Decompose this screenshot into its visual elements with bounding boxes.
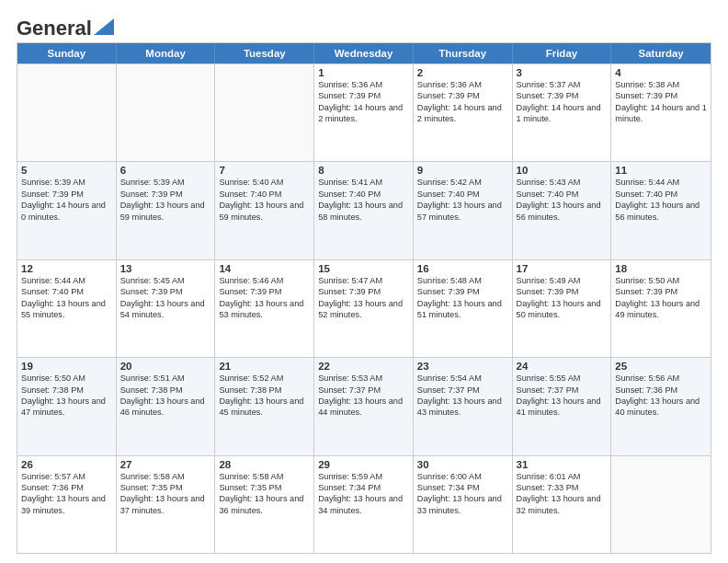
day-number: 2	[417, 67, 508, 78]
calendar-cell: 21Sunrise: 5:52 AM Sunset: 7:38 PM Dayli…	[215, 358, 314, 454]
calendar-cell: 9Sunrise: 5:42 AM Sunset: 7:40 PM Daylig…	[414, 162, 513, 259]
day-number: 18	[615, 263, 707, 274]
calendar-cell: 18Sunrise: 5:50 AM Sunset: 7:39 PM Dayli…	[611, 260, 711, 357]
calendar-cell: 1Sunrise: 5:36 AM Sunset: 7:39 PM Daylig…	[314, 64, 414, 161]
day-info: Sunrise: 6:01 AM Sunset: 7:33 PM Dayligh…	[517, 471, 608, 517]
calendar-cell: 31Sunrise: 6:01 AM Sunset: 7:33 PM Dayli…	[513, 456, 612, 553]
day-info: Sunrise: 5:56 AM Sunset: 7:36 PM Dayligh…	[615, 373, 707, 419]
calendar-cell: 4Sunrise: 5:38 AM Sunset: 7:39 PM Daylig…	[611, 64, 711, 161]
calendar-cell: 3Sunrise: 5:37 AM Sunset: 7:39 PM Daylig…	[513, 64, 612, 161]
day-info: Sunrise: 5:36 AM Sunset: 7:39 PM Dayligh…	[318, 79, 409, 125]
day-info: Sunrise: 5:39 AM Sunset: 7:39 PM Dayligh…	[21, 177, 112, 223]
day-number: 11	[615, 165, 707, 176]
day-number: 10	[517, 165, 608, 176]
day-info: Sunrise: 5:42 AM Sunset: 7:40 PM Dayligh…	[417, 177, 508, 223]
day-number: 17	[517, 263, 608, 274]
day-info: Sunrise: 5:58 AM Sunset: 7:35 PM Dayligh…	[219, 471, 310, 517]
day-info: Sunrise: 5:46 AM Sunset: 7:39 PM Dayligh…	[219, 275, 310, 321]
calendar-cell: 16Sunrise: 5:48 AM Sunset: 7:39 PM Dayli…	[414, 260, 513, 357]
calendar-cell: 17Sunrise: 5:49 AM Sunset: 7:39 PM Dayli…	[513, 260, 612, 357]
calendar-row-3: 19Sunrise: 5:50 AM Sunset: 7:38 PM Dayli…	[17, 357, 711, 454]
calendar-cell: 26Sunrise: 5:57 AM Sunset: 7:36 PM Dayli…	[17, 456, 117, 553]
day-number: 25	[615, 361, 707, 372]
day-number: 29	[318, 459, 409, 470]
calendar-cell: 29Sunrise: 5:59 AM Sunset: 7:34 PM Dayli…	[314, 456, 414, 553]
day-info: Sunrise: 5:53 AM Sunset: 7:37 PM Dayligh…	[318, 373, 409, 419]
day-number: 7	[219, 165, 310, 176]
day-number: 15	[318, 263, 409, 274]
page: General Sunday Monday Tuesday Wednesday …	[0, 0, 728, 563]
calendar-cell	[117, 64, 216, 161]
day-number: 28	[219, 459, 310, 470]
calendar-cell: 2Sunrise: 5:36 AM Sunset: 7:39 PM Daylig…	[414, 64, 513, 161]
calendar-cell	[17, 64, 117, 161]
calendar-cell: 28Sunrise: 5:58 AM Sunset: 7:35 PM Dayli…	[215, 456, 314, 553]
calendar-body: 1Sunrise: 5:36 AM Sunset: 7:39 PM Daylig…	[17, 63, 711, 553]
header: General	[17, 17, 711, 37]
day-info: Sunrise: 5:37 AM Sunset: 7:39 PM Dayligh…	[517, 79, 608, 125]
calendar-cell: 22Sunrise: 5:53 AM Sunset: 7:37 PM Dayli…	[314, 358, 414, 454]
calendar-row-4: 26Sunrise: 5:57 AM Sunset: 7:36 PM Dayli…	[17, 455, 711, 553]
logo-icon	[94, 18, 114, 35]
calendar-row-0: 1Sunrise: 5:36 AM Sunset: 7:39 PM Daylig…	[17, 63, 711, 161]
day-number: 26	[21, 459, 112, 470]
day-number: 12	[21, 263, 112, 274]
day-number: 8	[318, 165, 409, 176]
day-number: 19	[21, 361, 112, 372]
day-info: Sunrise: 5:41 AM Sunset: 7:40 PM Dayligh…	[318, 177, 409, 223]
day-info: Sunrise: 5:38 AM Sunset: 7:39 PM Dayligh…	[615, 79, 707, 125]
calendar-row-1: 5Sunrise: 5:39 AM Sunset: 7:39 PM Daylig…	[17, 161, 711, 259]
day-number: 30	[417, 459, 508, 470]
day-info: Sunrise: 5:40 AM Sunset: 7:40 PM Dayligh…	[219, 177, 310, 223]
day-info: Sunrise: 5:45 AM Sunset: 7:39 PM Dayligh…	[120, 275, 211, 321]
calendar-cell: 30Sunrise: 6:00 AM Sunset: 7:34 PM Dayli…	[414, 456, 513, 553]
calendar-cell: 11Sunrise: 5:44 AM Sunset: 7:40 PM Dayli…	[611, 162, 711, 259]
day-info: Sunrise: 5:51 AM Sunset: 7:38 PM Dayligh…	[120, 373, 211, 419]
weekday-sunday: Sunday	[17, 43, 117, 63]
day-info: Sunrise: 5:48 AM Sunset: 7:39 PM Dayligh…	[417, 275, 508, 321]
day-number: 13	[120, 263, 211, 274]
day-number: 6	[120, 165, 211, 176]
logo-general: General	[17, 17, 92, 40]
calendar-cell: 25Sunrise: 5:56 AM Sunset: 7:36 PM Dayli…	[611, 358, 711, 454]
day-info: Sunrise: 5:55 AM Sunset: 7:37 PM Dayligh…	[517, 373, 608, 419]
weekday-monday: Monday	[117, 43, 216, 63]
calendar-cell: 8Sunrise: 5:41 AM Sunset: 7:40 PM Daylig…	[314, 162, 414, 259]
weekday-thursday: Thursday	[414, 43, 513, 63]
calendar-cell: 27Sunrise: 5:58 AM Sunset: 7:35 PM Dayli…	[117, 456, 216, 553]
day-info: Sunrise: 5:59 AM Sunset: 7:34 PM Dayligh…	[318, 471, 409, 517]
day-number: 14	[219, 263, 310, 274]
calendar-cell: 24Sunrise: 5:55 AM Sunset: 7:37 PM Dayli…	[513, 358, 612, 454]
calendar-cell: 6Sunrise: 5:39 AM Sunset: 7:39 PM Daylig…	[117, 162, 216, 259]
day-info: Sunrise: 5:50 AM Sunset: 7:38 PM Dayligh…	[21, 373, 112, 419]
calendar-cell: 10Sunrise: 5:43 AM Sunset: 7:40 PM Dayli…	[513, 162, 612, 259]
day-number: 23	[417, 361, 508, 372]
day-number: 27	[120, 459, 211, 470]
calendar-cell: 23Sunrise: 5:54 AM Sunset: 7:37 PM Dayli…	[414, 358, 513, 454]
day-info: Sunrise: 5:49 AM Sunset: 7:39 PM Dayligh…	[517, 275, 608, 321]
calendar-cell: 5Sunrise: 5:39 AM Sunset: 7:39 PM Daylig…	[17, 162, 117, 259]
svg-marker-0	[94, 18, 114, 35]
day-info: Sunrise: 5:54 AM Sunset: 7:37 PM Dayligh…	[417, 373, 508, 419]
day-number: 20	[120, 361, 211, 372]
day-info: Sunrise: 5:58 AM Sunset: 7:35 PM Dayligh…	[120, 471, 211, 517]
day-number: 16	[417, 263, 508, 274]
calendar-cell	[611, 456, 711, 553]
weekday-tuesday: Tuesday	[215, 43, 314, 63]
day-info: Sunrise: 5:52 AM Sunset: 7:38 PM Dayligh…	[219, 373, 310, 419]
day-info: Sunrise: 6:00 AM Sunset: 7:34 PM Dayligh…	[417, 471, 508, 517]
calendar: Sunday Monday Tuesday Wednesday Thursday…	[17, 42, 711, 554]
calendar-row-2: 12Sunrise: 5:44 AM Sunset: 7:40 PM Dayli…	[17, 259, 711, 357]
weekday-saturday: Saturday	[611, 43, 711, 63]
calendar-header: Sunday Monday Tuesday Wednesday Thursday…	[17, 43, 711, 63]
day-info: Sunrise: 5:39 AM Sunset: 7:39 PM Dayligh…	[120, 177, 211, 223]
logo: General	[17, 17, 114, 37]
day-info: Sunrise: 5:50 AM Sunset: 7:39 PM Dayligh…	[615, 275, 707, 321]
day-number: 9	[417, 165, 508, 176]
weekday-wednesday: Wednesday	[314, 43, 414, 63]
calendar-cell: 19Sunrise: 5:50 AM Sunset: 7:38 PM Dayli…	[17, 358, 117, 454]
calendar-cell: 13Sunrise: 5:45 AM Sunset: 7:39 PM Dayli…	[117, 260, 216, 357]
day-info: Sunrise: 5:36 AM Sunset: 7:39 PM Dayligh…	[417, 79, 508, 125]
day-info: Sunrise: 5:44 AM Sunset: 7:40 PM Dayligh…	[615, 177, 707, 223]
day-number: 1	[318, 67, 409, 78]
